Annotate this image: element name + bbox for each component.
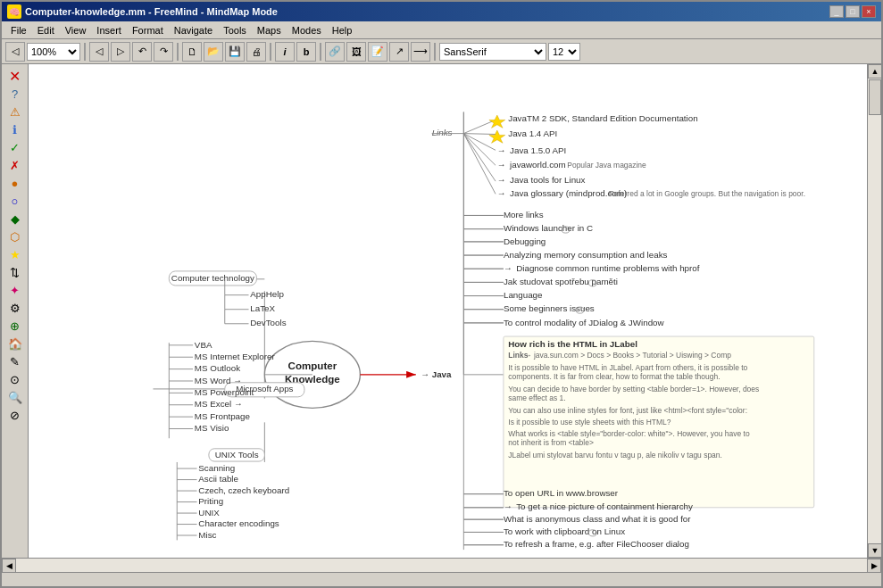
scroll-thumb[interactable] (869, 79, 881, 115)
ascii-text: Ascii table (198, 474, 238, 484)
sidebar-icon-close[interactable]: ✕ (5, 68, 25, 84)
scroll-left-btn[interactable]: ◀ (2, 559, 16, 573)
maximize-button[interactable]: □ (846, 5, 860, 18)
javaglos-note: Referred a lot in Google groups. But the… (609, 189, 805, 198)
tech-node-text: Computer technology (171, 273, 254, 283)
close-button[interactable]: × (862, 5, 876, 18)
sidebar-icon-x2[interactable]: ✗ (5, 157, 25, 173)
studovat-text: Jak studovat spotřebu paměti (504, 277, 618, 286)
devtools-text: DevTools (250, 318, 286, 327)
sidebar-icon-circle[interactable]: ● (5, 175, 25, 191)
canvas-area[interactable]: Computer Knowledge → Java Links JavaT (29, 64, 867, 558)
sidebar-icon-search[interactable]: 🔍 (5, 389, 25, 405)
sidebar-icon-home[interactable]: 🏠 (5, 335, 25, 352)
zoom-select[interactable]: 100% 75% 150% (27, 43, 80, 61)
toolbar-btn-save[interactable]: 💾 (225, 42, 245, 62)
toolbar-btn-edge[interactable]: ⟶ (411, 42, 430, 62)
sidebar-icon-sort[interactable]: ⇅ (5, 264, 25, 280)
language-text: Language (504, 290, 543, 300)
font-size-select[interactable]: 12 10 14 (548, 43, 580, 61)
visio-text: MS Visio (195, 423, 229, 433)
jlabel-text8: not inherit is from <table> (508, 438, 594, 447)
jlabel-text9: JLabel umi stylovat barvu fontu v tagu p… (508, 451, 722, 460)
toolbar-btn-link[interactable]: 🔗 (325, 42, 345, 62)
h-scroll-track[interactable] (16, 559, 867, 572)
modality-text: To control modality of JDialog & JWindow (504, 318, 665, 327)
toolbar-btn-2[interactable]: ▷ (111, 42, 130, 62)
scroll-right-btn[interactable]: ▶ (867, 559, 881, 573)
toolbar-btn-3[interactable]: ↶ (132, 42, 152, 62)
toolbar-btn-i[interactable]: i (275, 42, 295, 62)
sidebar-icon-info[interactable]: ℹ (5, 121, 25, 137)
horizontal-scrollbar[interactable]: ◀ ▶ (2, 558, 881, 572)
frontpage-text: MS Frontpage (195, 411, 251, 421)
menu-file[interactable]: File (5, 24, 32, 37)
ie-text: MS Internet Explorer (195, 352, 276, 361)
java15-arrow: → (497, 145, 506, 155)
main-area: ✕ ? ⚠ ℹ ✓ ✗ ● ○ ◆ ⬡ ★ ⇅ ✦ ⚙ ⊕ 🏠 ✎ ⊙ 🔍 ⊘ (2, 64, 881, 558)
separator-3 (270, 43, 271, 61)
menu-view[interactable]: View (60, 24, 92, 37)
separator-5 (434, 43, 436, 61)
jlabel-text6: Is it possible to use style sheets with … (508, 418, 671, 427)
ppt-text: MS Powerpoint (195, 387, 254, 397)
sidebar-icon-warning[interactable]: ⚠ (5, 104, 25, 120)
link-branch-4 (463, 134, 496, 166)
excel-text: MS Excel → (195, 399, 243, 409)
vertical-scrollbar[interactable]: ▲ ▼ (867, 64, 881, 558)
menu-tools[interactable]: Tools (218, 24, 252, 37)
toolbar-btn-img[interactable]: 🖼 (346, 42, 366, 62)
font-family-select[interactable]: SansSerif Serif Monospaced (439, 43, 546, 61)
analyzing-text: Analyzing memory consumption and leaks (504, 250, 668, 260)
scanning-text: Scanning (198, 463, 235, 473)
star-icon-2 (489, 130, 505, 143)
sdk-docs-text: JavaTM 2 SDK, Standard Edition Documenta… (508, 113, 697, 123)
jlabel-text7: What works is <table style="border-color… (508, 429, 750, 438)
menu-navigate[interactable]: Navigate (169, 24, 218, 37)
sidebar-icon-no[interactable]: ⊘ (5, 407, 25, 423)
toolbar-btn-arrow[interactable]: ↗ (389, 42, 409, 62)
charenc-text: Character encodings (198, 518, 279, 528)
toolbar-btn-print[interactable]: 🖨 (246, 42, 266, 62)
unix-text: UNIX Tools (215, 450, 259, 460)
scroll-down-btn[interactable]: ▼ (868, 543, 881, 558)
toolbar-btn-note[interactable]: 📝 (368, 42, 387, 62)
toolbar-btn-open[interactable]: 📂 (204, 42, 223, 62)
minimize-button[interactable]: _ (829, 5, 844, 18)
sidebar-icon-help[interactable]: ? (5, 86, 25, 102)
menu-format[interactable]: Format (127, 24, 169, 37)
sidebar-icon-gear[interactable]: ⚙ (5, 300, 25, 316)
menu-bar: File Edit View Insert Format Navigate To… (2, 21, 881, 39)
menu-maps[interactable]: Maps (252, 24, 287, 37)
menu-help[interactable]: Help (327, 24, 358, 37)
word-text: MS Word → (195, 376, 242, 385)
outlook-text: MS Outlook (195, 363, 240, 373)
sidebar-icon-check[interactable]: ✓ (5, 139, 25, 155)
sidebar-icon-target[interactable]: ⊙ (5, 371, 25, 387)
scroll-up-btn[interactable]: ▲ (868, 64, 881, 79)
toolbar-back-btn[interactable]: ◁ (5, 42, 25, 62)
sidebar-icon-plus[interactable]: ⊕ (5, 318, 25, 334)
morelinks-text: More links (504, 210, 544, 219)
toolbar-btn-b[interactable]: b (296, 42, 316, 62)
window-controls[interactable]: _ □ × (829, 5, 876, 18)
bottom-area: ◀ ▶ (2, 558, 881, 586)
javaworld-arrow: → (497, 160, 506, 170)
sidebar-icon-sparkle[interactable]: ✦ (5, 282, 25, 298)
debugging-text: Debugging (504, 236, 546, 246)
sidebar-icon-edit[interactable]: ✎ (5, 353, 25, 369)
menu-modes[interactable]: Modes (287, 24, 327, 37)
link-branch-6 (463, 134, 496, 195)
misc-text: Misc (198, 530, 216, 540)
sidebar-icon-star2[interactable]: ★ (5, 246, 25, 262)
toolbar-btn-4[interactable]: ↷ (154, 42, 173, 62)
toolbar-btn-new[interactable]: 🗋 (182, 42, 202, 62)
menu-edit[interactable]: Edit (32, 24, 60, 37)
menu-insert[interactable]: Insert (91, 24, 127, 37)
toolbar-btn-1[interactable]: ◁ (89, 42, 109, 62)
jlabel-links-arrow: → java.sun.com > Docs > Books > Tutorial… (524, 351, 731, 360)
sidebar-icon-star[interactable]: ⬡ (5, 228, 25, 244)
sidebar-icon-circle2[interactable]: ○ (5, 193, 25, 209)
sidebar-icon-diamond[interactable]: ◆ (5, 211, 25, 227)
scroll-track[interactable] (868, 79, 881, 543)
